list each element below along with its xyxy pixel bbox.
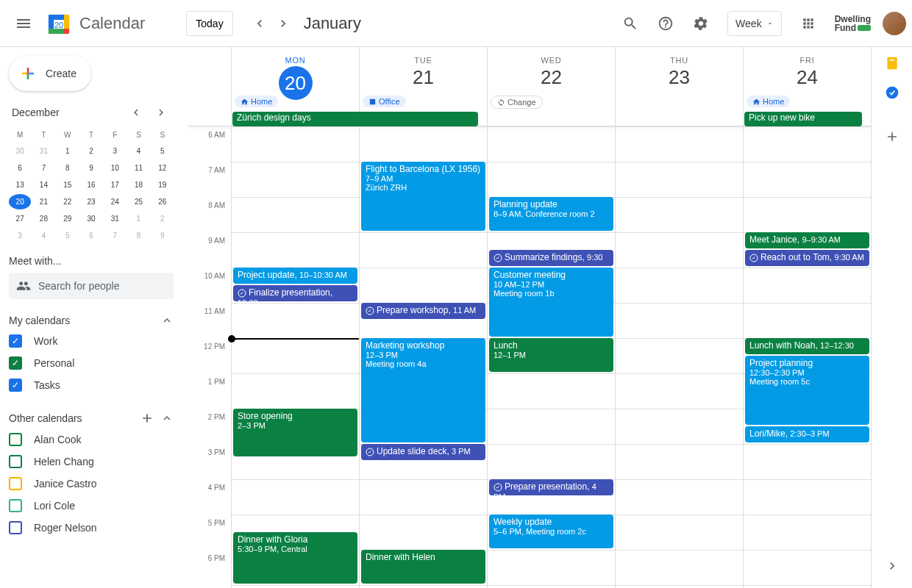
location-chip[interactable]: Home <box>235 96 278 107</box>
calendar-item[interactable]: Roger Nelson <box>9 517 174 539</box>
calendar-event[interactable]: Meet Janice, 9–9:30 AM <box>745 232 869 248</box>
calendar-event[interactable]: Store opening2–3 PM <box>233 409 357 456</box>
mini-day-cell[interactable]: 25 <box>127 194 149 209</box>
mini-day-cell[interactable]: 6 <box>9 160 31 176</box>
mini-day-cell[interactable]: 29 <box>57 211 79 226</box>
tasks-icon[interactable] <box>885 85 899 100</box>
apps-button[interactable] <box>794 9 823 38</box>
settings-button[interactable] <box>686 9 716 38</box>
search-people-input[interactable]: Search for people <box>9 273 174 299</box>
mini-day-cell[interactable]: 2 <box>80 143 102 159</box>
mini-day-cell[interactable]: 14 <box>32 177 54 193</box>
mini-day-cell[interactable]: 6 <box>80 228 102 243</box>
today-button[interactable]: Today <box>186 11 232 36</box>
allday-event[interactable]: Zürich design days <box>232 112 478 126</box>
mini-day-cell[interactable]: 24 <box>104 194 126 209</box>
other-calendars-header[interactable]: Other calendars <box>9 408 174 429</box>
mini-day-cell[interactable]: 28 <box>32 211 54 226</box>
mini-day-cell[interactable]: 16 <box>80 177 102 193</box>
mini-day-cell[interactable]: 8 <box>127 228 149 243</box>
mini-day-cell[interactable]: 26 <box>152 194 174 209</box>
calendar-event[interactable]: Weekly update5–6 PM, Meeting room 2c <box>489 514 613 548</box>
calendar-checkbox[interactable] <box>9 334 22 348</box>
calendar-event[interactable]: Project planning12:30–2:30 PMMeeting roo… <box>745 356 869 425</box>
calendar-event[interactable]: Reach out to Tom, 9:30 AM <box>745 250 869 266</box>
main-menu-button[interactable] <box>6 6 41 41</box>
help-button[interactable] <box>651 9 680 38</box>
prev-period-button[interactable] <box>248 12 271 35</box>
calendar-item[interactable]: Tasks <box>9 374 174 396</box>
mini-day-cell[interactable]: 18 <box>127 177 149 193</box>
create-button[interactable]: Create <box>9 56 91 91</box>
calendar-item[interactable]: Helen Chang <box>9 451 174 473</box>
mini-day-cell[interactable]: 20 <box>9 194 31 209</box>
calendar-event[interactable]: Dinner with Helen <box>361 550 485 584</box>
calendar-checkbox[interactable] <box>9 356 22 370</box>
calendar-checkbox[interactable] <box>9 433 22 446</box>
mini-day-cell[interactable]: 23 <box>80 194 102 209</box>
mini-day-cell[interactable]: 4 <box>32 228 54 243</box>
calendar-checkbox[interactable] <box>9 499 22 512</box>
mini-day-cell[interactable]: 9 <box>152 228 174 243</box>
mini-day-cell[interactable]: 1 <box>127 211 149 226</box>
day-column[interactable]: Flight to Barcelona (LX 1956)7–9 AMZüric… <box>359 126 487 588</box>
mini-day-cell[interactable]: 1 <box>57 143 79 159</box>
view-selector[interactable]: Week <box>727 11 782 36</box>
calendar-event[interactable]: Finalize presentation, 10:30 <box>233 285 357 301</box>
mini-day-cell[interactable]: 19 <box>152 177 174 193</box>
mini-day-cell[interactable]: 17 <box>104 177 126 193</box>
calendar-item[interactable]: Personal <box>9 352 174 374</box>
mini-day-cell[interactable]: 12 <box>152 160 174 176</box>
mini-day-cell[interactable]: 9 <box>80 160 102 176</box>
add-addon-icon[interactable] <box>885 129 899 144</box>
mini-day-cell[interactable]: 2 <box>152 211 174 226</box>
calendar-item[interactable]: Lori Cole <box>9 495 174 517</box>
calendar-event[interactable]: Prepare presentation, 4 PM <box>489 479 613 495</box>
mini-day-cell[interactable]: 3 <box>9 228 31 243</box>
mini-day-cell[interactable]: 31 <box>104 211 126 226</box>
mini-day-cell[interactable]: 30 <box>9 143 31 159</box>
calendar-item[interactable]: Work <box>9 330 174 352</box>
mini-day-cell[interactable]: 4 <box>127 143 149 159</box>
calendar-checkbox[interactable] <box>9 455 22 468</box>
calendar-event[interactable]: Lunch12–1 PM <box>489 338 613 372</box>
mini-day-cell[interactable]: 13 <box>9 177 31 193</box>
user-avatar[interactable] <box>883 12 906 35</box>
mini-day-cell[interactable]: 30 <box>80 211 102 226</box>
calendar-event[interactable]: Lori/Mike, 2:30–3 PM <box>745 426 869 442</box>
mini-day-cell[interactable]: 11 <box>127 160 149 176</box>
day-header[interactable]: WED22Change <box>487 47 615 126</box>
calendar-event[interactable]: Lunch with Noah, 12–12:30 <box>745 338 869 354</box>
mini-day-cell[interactable]: 21 <box>32 194 54 209</box>
calendar-event[interactable]: Update slide deck, 3 PM <box>361 444 485 460</box>
calendar-event[interactable]: Planning update8–9 AM, Conference room 2 <box>489 197 613 231</box>
day-column[interactable]: Project update, 10–10:30 AMFinalize pres… <box>231 126 359 588</box>
calendar-event[interactable]: Customer meeting10 AM–12 PMMeeting room … <box>489 268 613 337</box>
mini-day-cell[interactable]: 7 <box>32 160 54 176</box>
calendar-event[interactable]: Summarize findings, 9:30 <box>489 250 613 266</box>
calendar-event[interactable]: Dinner with Gloria5:30–9 PM, Central <box>233 532 357 584</box>
mini-day-cell[interactable]: 7 <box>104 228 126 243</box>
mini-day-cell[interactable]: 10 <box>104 160 126 176</box>
calendar-checkbox[interactable] <box>9 521 22 534</box>
mini-day-cell[interactable]: 15 <box>57 177 79 193</box>
search-button[interactable] <box>616 9 645 38</box>
day-header[interactable]: THU23 <box>615 47 743 126</box>
calendar-event[interactable]: Project update, 10–10:30 AM <box>233 268 357 284</box>
calendar-checkbox[interactable] <box>9 379 22 392</box>
my-calendars-header[interactable]: My calendars <box>9 311 174 330</box>
calendar-event[interactable]: Marketing workshop12–3 PMMeeting room 4a <box>361 338 485 442</box>
keep-icon[interactable] <box>885 56 899 71</box>
mini-prev-button[interactable] <box>127 103 146 122</box>
location-chip[interactable]: Change <box>491 96 543 109</box>
mini-day-cell[interactable]: 5 <box>152 143 174 159</box>
add-calendar-icon[interactable] <box>140 411 154 426</box>
mini-day-cell[interactable]: 3 <box>104 143 126 159</box>
day-column[interactable]: Planning update8–9 AM, Conference room 2… <box>487 126 615 588</box>
calendar-event[interactable]: Prepare workshop, 11 AM <box>361 303 485 319</box>
mini-day-cell[interactable]: 8 <box>57 160 79 176</box>
allday-event[interactable]: Pick up new bike <box>744 112 862 126</box>
calendar-checkbox[interactable] <box>9 477 22 490</box>
mini-day-cell[interactable]: 27 <box>9 211 31 226</box>
mini-day-cell[interactable]: 31 <box>32 143 54 159</box>
